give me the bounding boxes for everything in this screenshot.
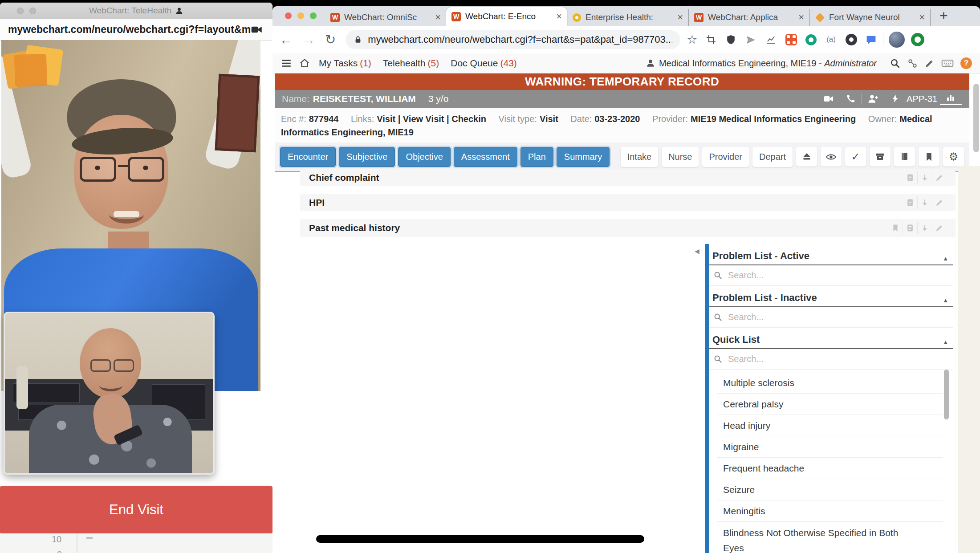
menu-button[interactable] — [281, 57, 292, 69]
nav-my-tasks[interactable]: My Tasks(1) — [319, 58, 371, 69]
tab-encounter[interactable]: Encounter — [280, 147, 336, 167]
dark-circle-extension-icon[interactable] — [845, 33, 858, 46]
screenshot-extension-icon[interactable] — [705, 33, 717, 46]
profile-avatar[interactable] — [889, 32, 905, 48]
settings-gears-button[interactable]: ⚙ — [943, 147, 964, 167]
end-visit-button[interactable]: End Visit — [0, 486, 272, 533]
group-problem-list-inactive[interactable]: Problem List - Inactive ▲ — [709, 286, 953, 307]
edit-pencil-icon[interactable] — [932, 196, 947, 209]
chart-extension-icon[interactable] — [765, 33, 777, 46]
close-tab-icon[interactable]: × — [677, 12, 683, 23]
tab-webchart-e-encounter[interactable]: W WebChart: E-Enco × — [446, 7, 567, 26]
list-item[interactable]: Migraine — [717, 436, 943, 458]
video-visit-icon[interactable] — [817, 94, 840, 104]
list-item[interactable]: Frequent headache — [717, 458, 943, 479]
tab-objective[interactable]: Objective — [398, 147, 450, 167]
window-control-dot[interactable] — [29, 8, 36, 14]
tab-webchart-omniscope[interactable]: W WebChart: OmniSc × — [325, 9, 446, 26]
field-value[interactable]: Visit | View Visit | Checkin — [377, 114, 486, 124]
collapse-up-icon[interactable]: ▲ — [943, 255, 948, 262]
camera-permission-icon[interactable] — [251, 24, 263, 36]
active-search-input[interactable] — [727, 270, 948, 281]
list-item[interactable]: Cerebral palsy — [717, 394, 943, 415]
tab-assessment[interactable]: Assessment — [454, 147, 517, 167]
collapse-up-icon[interactable]: ▲ — [943, 339, 948, 346]
section-chief-complaint[interactable]: Chief complaint — [300, 169, 956, 186]
documents-book-button[interactable] — [894, 147, 915, 167]
eject-button[interactable] — [796, 147, 817, 167]
browser-scrollbar[interactable] — [973, 84, 979, 152]
document-icon[interactable] — [903, 196, 917, 209]
list-item[interactable]: Head injury — [717, 415, 943, 436]
section-past-medical-history[interactable]: Past medical history — [300, 219, 956, 237]
edit-pencil-icon[interactable] — [932, 171, 947, 184]
chat-extension-icon[interactable] — [865, 33, 878, 46]
tab-enterprise-health[interactable]: Enterprise Health: × — [567, 9, 688, 26]
vitals-chart-icon[interactable] — [940, 93, 962, 105]
intake-button[interactable]: Intake — [621, 147, 658, 167]
preview-eye-button[interactable] — [821, 147, 842, 167]
search-icon[interactable] — [890, 58, 901, 69]
inactive-search-input[interactable] — [727, 312, 948, 323]
nav-telehealth[interactable]: Telehealth(5) — [383, 58, 439, 69]
window-control-dot[interactable] — [17, 8, 24, 14]
tab-summary[interactable]: Summary — [557, 147, 610, 167]
invite-person-icon[interactable] — [862, 94, 885, 105]
forward-button[interactable]: → — [302, 33, 315, 47]
tab-plan[interactable]: Plan — [520, 147, 553, 167]
home-button[interactable] — [299, 58, 310, 69]
tab-subjective[interactable]: Subjective — [339, 147, 395, 167]
group-problem-list-active[interactable]: Problem List - Active ▲ — [709, 244, 953, 265]
quick-list-search-input[interactable] — [727, 354, 948, 365]
phone-icon[interactable] — [840, 94, 862, 104]
tab-fort-wayne-neurology[interactable]: Fort Wayne Neurol × — [809, 9, 931, 26]
download-icon[interactable] — [917, 196, 932, 209]
group-quick-list[interactable]: Quick List ▲ — [709, 328, 953, 349]
close-window-button[interactable] — [285, 12, 292, 19]
section-hpi[interactable]: HPI — [300, 194, 956, 211]
help-icon[interactable]: ? — [960, 57, 972, 69]
list-item[interactable]: Meningitis — [717, 500, 943, 522]
bookmark-star-icon[interactable]: ☆ — [687, 33, 697, 47]
nurse-button[interactable]: Nurse — [662, 147, 699, 167]
parens-extension-icon[interactable]: (a) — [825, 33, 838, 46]
bookmark-icon[interactable] — [888, 222, 903, 234]
collapse-up-icon[interactable]: ▲ — [943, 297, 948, 304]
list-item[interactable]: Blindness Not Otherwise Specified in Bot… — [717, 522, 943, 553]
grid-extension-icon[interactable] — [785, 33, 797, 46]
download-icon[interactable] — [917, 222, 932, 234]
quick-list-scrollbar[interactable] — [944, 370, 949, 419]
minimize-window-button[interactable] — [297, 12, 304, 19]
close-tab-icon[interactable]: × — [919, 12, 925, 23]
sign-off-check-button[interactable]: ✓ — [845, 147, 866, 167]
provider-button[interactable]: Provider — [702, 147, 748, 167]
reload-button[interactable]: ↻ — [325, 32, 336, 47]
document-icon[interactable] — [903, 171, 917, 184]
address-bar[interactable]: mywebchart.com/neuro/webchart.cgi?f=char… — [346, 30, 680, 49]
keyboard-icon[interactable] — [941, 57, 954, 69]
list-item[interactable]: Multiple sclerosis — [717, 372, 943, 394]
bookmark-button[interactable] — [919, 147, 939, 167]
green-extension-icon[interactable] — [911, 33, 924, 46]
nav-doc-queue[interactable]: Doc Queue(43) — [451, 58, 517, 69]
edit-pencil-icon[interactable] — [932, 222, 947, 234]
document-icon[interactable] — [903, 222, 917, 234]
tab-webchart-application[interactable]: W WebChart: Applica × — [688, 9, 809, 26]
archive-button[interactable] — [870, 147, 891, 167]
lightning-icon[interactable] — [885, 94, 906, 103]
depart-button[interactable]: Depart — [752, 147, 793, 167]
zoom-window-button[interactable] — [310, 12, 317, 19]
close-tab-icon[interactable]: × — [435, 12, 441, 23]
close-tab-icon[interactable]: × — [556, 11, 562, 22]
edit-wand-icon[interactable] — [924, 58, 935, 69]
shield-extension-icon[interactable] — [725, 33, 737, 46]
link-icon[interactable] — [907, 58, 918, 69]
new-tab-button[interactable]: + — [939, 8, 948, 26]
close-tab-icon[interactable]: × — [798, 12, 804, 23]
download-icon[interactable] — [917, 171, 932, 184]
ring-extension-icon[interactable] — [805, 33, 817, 46]
back-button[interactable]: ← — [280, 33, 293, 47]
collapse-panel-icon[interactable]: ◀ — [695, 248, 699, 255]
send-extension-icon[interactable] — [745, 33, 757, 46]
telehealth-url-bar[interactable]: mywebchart.com/neuro/webchart.cgi?f=layo… — [0, 19, 272, 41]
